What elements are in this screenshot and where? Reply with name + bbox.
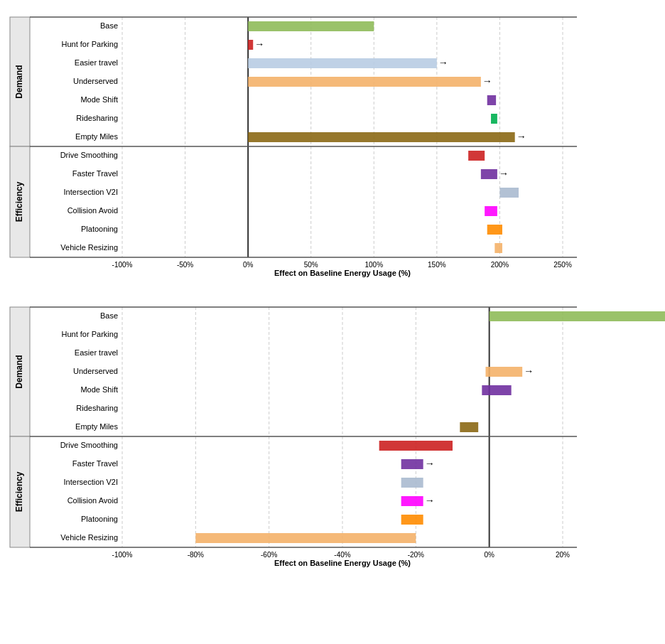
svg-rect-95	[401, 478, 423, 488]
svg-rect-41	[485, 206, 497, 216]
svg-text:Effect on Baseline Energy Usag: Effect on Baseline Energy Usage (%)	[274, 269, 411, 277]
svg-text:←: ←	[488, 186, 498, 198]
charts-wrapper: DemandBaseHunt for Parking→Easier travel…	[7, 7, 658, 570]
svg-text:Intersection V2I: Intersection V2I	[64, 188, 118, 196]
svg-text:→: →	[425, 495, 435, 506]
svg-rect-11	[248, 21, 374, 31]
svg-rect-68	[490, 311, 665, 321]
svg-rect-13	[248, 40, 253, 50]
svg-text:Vehicle Resizing: Vehicle Resizing	[60, 533, 118, 542]
svg-rect-101	[401, 515, 423, 525]
svg-text:Effect on Baseline Energy Usag: Effect on Baseline Energy Usage (%)	[274, 559, 411, 567]
svg-text:Faster Travel: Faster Travel	[72, 169, 118, 178]
svg-text:Base: Base	[100, 311, 118, 320]
svg-text:→: →	[517, 131, 526, 142]
svg-text:20%: 20%	[556, 551, 570, 559]
svg-rect-22	[487, 95, 496, 105]
svg-text:0%: 0%	[243, 261, 254, 269]
svg-text:Hunt for Parking: Hunt for Parking	[62, 330, 118, 338]
svg-text:Efficiency: Efficiency	[14, 471, 24, 512]
svg-text:←: ←	[390, 513, 400, 525]
chart-svg: DemandBaseHunt for Parking→Easier travel…	[10, 13, 591, 277]
svg-text:Underserved: Underserved	[73, 77, 118, 85]
svg-rect-76	[486, 367, 523, 377]
svg-text:Vehicle Resizing: Vehicle Resizing	[60, 243, 118, 252]
svg-text:→: →	[524, 365, 534, 377]
svg-rect-84	[460, 422, 478, 432]
svg-rect-79	[482, 385, 511, 395]
svg-text:←: ←	[457, 149, 467, 161]
svg-text:Ridesharing: Ridesharing	[76, 114, 118, 122]
svg-text:Empty Miles: Empty Miles	[75, 132, 118, 141]
svg-text:Mode Shift: Mode Shift	[80, 385, 118, 394]
svg-text:Base: Base	[100, 21, 118, 30]
svg-text:Faster Travel: Faster Travel	[72, 459, 118, 468]
svg-text:Empty Miles: Empty Miles	[75, 422, 118, 431]
svg-rect-26	[248, 132, 515, 142]
svg-text:Intersection V2I: Intersection V2I	[64, 478, 118, 486]
svg-text:→: →	[499, 168, 509, 179]
svg-text:Efficiency: Efficiency	[14, 181, 24, 222]
svg-text:Platooning: Platooning	[81, 515, 118, 523]
chart: DemandBaseHunt for Parking→Easier travel…	[7, 7, 658, 280]
svg-text:-60%: -60%	[261, 551, 277, 559]
svg-text:-100%: -100%	[112, 261, 133, 269]
svg-rect-32	[468, 151, 485, 161]
svg-rect-38	[499, 188, 519, 198]
svg-text:→: →	[482, 75, 492, 87]
svg-rect-104	[195, 533, 416, 543]
svg-text:→: →	[254, 38, 264, 50]
svg-text:Platooning: Platooning	[81, 225, 118, 233]
svg-text:←: ←	[390, 476, 400, 488]
svg-text:Easier travel: Easier travel	[75, 58, 118, 67]
svg-text:Demand: Demand	[14, 65, 24, 98]
svg-text:Drive Smoothing: Drive Smoothing	[60, 441, 118, 449]
svg-text:Easier travel: Easier travel	[75, 348, 118, 357]
svg-text:50%: 50%	[304, 261, 318, 269]
svg-rect-24	[491, 114, 497, 124]
svg-text:Ridesharing: Ridesharing	[76, 404, 118, 412]
svg-text:150%: 150%	[428, 261, 446, 269]
svg-text:→: →	[425, 458, 435, 469]
svg-text:Mode Shift: Mode Shift	[80, 95, 118, 104]
svg-rect-43	[487, 225, 502, 235]
chart: DemandBaseHunt for Parking←Easier travel…	[7, 297, 658, 570]
svg-text:Underserved: Underserved	[73, 367, 118, 375]
svg-text:Collision Avoid: Collision Avoid	[67, 206, 118, 215]
svg-text:-100%: -100%	[112, 551, 133, 559]
svg-text:-50%: -50%	[177, 261, 193, 269]
svg-text:Drive Smoothing: Drive Smoothing	[60, 151, 118, 159]
svg-rect-16	[248, 58, 437, 68]
svg-text:-80%: -80%	[188, 551, 204, 559]
svg-text:→: →	[438, 57, 448, 68]
svg-rect-46	[494, 243, 502, 253]
svg-rect-35	[481, 169, 497, 179]
svg-text:-40%: -40%	[334, 551, 350, 559]
svg-text:←: ←	[184, 532, 194, 543]
svg-text:100%: 100%	[364, 261, 383, 269]
svg-text:Collision Avoid: Collision Avoid	[67, 496, 118, 505]
svg-text:-20%: -20%	[408, 551, 424, 559]
svg-text:Demand: Demand	[14, 355, 24, 388]
svg-text:←: ←	[476, 223, 486, 235]
svg-rect-89	[379, 441, 453, 451]
svg-rect-98	[401, 496, 423, 506]
chart-svg: DemandBaseHunt for Parking←Easier travel…	[10, 303, 591, 567]
svg-text:250%: 250%	[553, 261, 572, 269]
svg-text:Hunt for Parking: Hunt for Parking	[62, 40, 118, 48]
svg-rect-19	[248, 77, 481, 87]
svg-rect-92	[401, 459, 423, 469]
svg-text:←: ←	[368, 439, 378, 451]
svg-text:200%: 200%	[491, 261, 509, 269]
svg-text:0%: 0%	[484, 551, 494, 559]
